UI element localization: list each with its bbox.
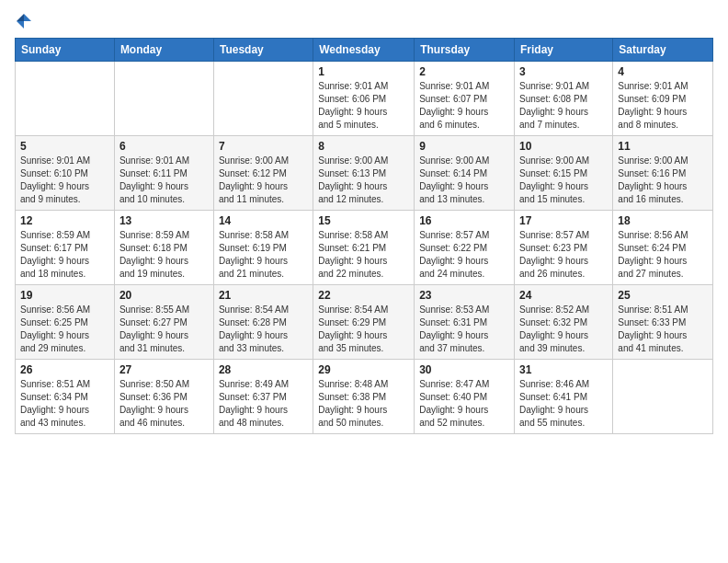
calendar-day-cell: 16Sunrise: 8:57 AM Sunset: 6:22 PM Dayli… [415,211,515,285]
svg-marker-0 [24,14,31,21]
calendar-day-cell: 27Sunrise: 8:50 AM Sunset: 6:36 PM Dayli… [114,360,213,434]
calendar-week-row: 19Sunrise: 8:56 AM Sunset: 6:25 PM Dayli… [16,285,713,360]
calendar-day-cell: 7Sunrise: 9:00 AM Sunset: 6:12 PM Daylig… [213,136,313,211]
day-info: Sunrise: 8:50 AM Sunset: 6:36 PM Dayligh… [119,378,209,430]
day-info: Sunrise: 9:01 AM Sunset: 6:07 PM Dayligh… [419,80,509,132]
day-info: Sunrise: 9:00 AM Sunset: 6:14 PM Dayligh… [419,155,509,206]
day-info: Sunrise: 9:01 AM Sunset: 6:11 PM Dayligh… [119,155,209,206]
calendar-day-cell: 5Sunrise: 9:01 AM Sunset: 6:10 PM Daylig… [16,136,115,211]
day-number: 8 [318,140,409,153]
calendar-day-cell: 13Sunrise: 8:59 AM Sunset: 6:18 PM Dayli… [114,211,213,285]
calendar-day-cell [114,62,213,136]
day-info: Sunrise: 8:55 AM Sunset: 6:27 PM Dayligh… [119,304,209,355]
day-number: 10 [519,140,608,153]
calendar-day-cell: 9Sunrise: 9:00 AM Sunset: 6:14 PM Daylig… [415,136,515,211]
day-number: 9 [419,140,509,153]
day-number: 16 [419,214,509,227]
weekday-header-cell: Tuesday [213,39,313,62]
calendar-day-cell [213,62,313,136]
calendar-day-cell: 24Sunrise: 8:52 AM Sunset: 6:32 PM Dayli… [515,285,613,360]
calendar-day-cell: 17Sunrise: 8:57 AM Sunset: 6:23 PM Dayli… [515,211,613,285]
calendar-day-cell: 11Sunrise: 9:00 AM Sunset: 6:16 PM Dayli… [613,136,713,211]
header [15,11,713,30]
day-number: 4 [618,65,708,78]
calendar-week-row: 5Sunrise: 9:01 AM Sunset: 6:10 PM Daylig… [16,136,713,211]
day-info: Sunrise: 9:00 AM Sunset: 6:12 PM Dayligh… [219,155,308,206]
day-number: 14 [219,214,308,227]
calendar-day-cell: 19Sunrise: 8:56 AM Sunset: 6:25 PM Dayli… [16,285,115,360]
calendar-day-cell: 12Sunrise: 8:59 AM Sunset: 6:17 PM Dayli… [16,211,115,285]
weekday-header-cell: Wednesday [313,39,415,62]
day-info: Sunrise: 8:51 AM Sunset: 6:33 PM Dayligh… [618,304,708,355]
day-info: Sunrise: 8:54 AM Sunset: 6:29 PM Dayligh… [318,304,409,355]
svg-marker-1 [17,14,24,21]
calendar-day-cell: 20Sunrise: 8:55 AM Sunset: 6:27 PM Dayli… [114,285,213,360]
calendar-day-cell: 10Sunrise: 9:00 AM Sunset: 6:15 PM Dayli… [515,136,613,211]
day-info: Sunrise: 8:54 AM Sunset: 6:28 PM Dayligh… [219,304,308,355]
day-number: 12 [20,214,109,227]
weekday-header-cell: Thursday [415,39,515,62]
calendar-table: SundayMondayTuesdayWednesdayThursdayFrid… [15,38,713,434]
svg-marker-2 [17,21,24,29]
day-info: Sunrise: 8:58 AM Sunset: 6:19 PM Dayligh… [219,229,308,281]
calendar-day-cell: 28Sunrise: 8:49 AM Sunset: 6:37 PM Dayli… [213,360,313,434]
calendar-day-cell: 23Sunrise: 8:53 AM Sunset: 6:31 PM Dayli… [415,285,515,360]
weekday-header-cell: Saturday [613,39,713,62]
day-number: 29 [318,363,409,376]
calendar-week-row: 26Sunrise: 8:51 AM Sunset: 6:34 PM Dayli… [16,360,713,434]
day-info: Sunrise: 9:01 AM Sunset: 6:10 PM Dayligh… [20,155,109,206]
weekday-header-cell: Sunday [16,39,115,62]
calendar-day-cell: 2Sunrise: 9:01 AM Sunset: 6:07 PM Daylig… [415,62,515,136]
day-number: 2 [419,65,509,78]
day-info: Sunrise: 9:00 AM Sunset: 6:16 PM Dayligh… [618,155,708,206]
day-info: Sunrise: 8:51 AM Sunset: 6:34 PM Dayligh… [20,378,109,430]
page: SundayMondayTuesdayWednesdayThursdayFrid… [0,0,728,563]
day-info: Sunrise: 9:00 AM Sunset: 6:15 PM Dayligh… [519,155,608,206]
day-info: Sunrise: 8:57 AM Sunset: 6:23 PM Dayligh… [519,229,608,281]
weekday-header-cell: Friday [515,39,613,62]
day-number: 17 [519,214,608,227]
weekday-header-row: SundayMondayTuesdayWednesdayThursdayFrid… [16,39,713,62]
day-info: Sunrise: 9:01 AM Sunset: 6:09 PM Dayligh… [618,80,708,132]
day-number: 26 [20,363,109,376]
day-number: 27 [119,363,209,376]
calendar-day-cell [16,62,115,136]
calendar-day-cell: 14Sunrise: 8:58 AM Sunset: 6:19 PM Dayli… [213,211,313,285]
day-info: Sunrise: 8:56 AM Sunset: 6:25 PM Dayligh… [20,304,109,355]
calendar-day-cell: 29Sunrise: 8:48 AM Sunset: 6:38 PM Dayli… [313,360,415,434]
weekday-header-cell: Monday [114,39,213,62]
calendar-day-cell: 18Sunrise: 8:56 AM Sunset: 6:24 PM Dayli… [613,211,713,285]
calendar-week-row: 1Sunrise: 9:01 AM Sunset: 6:06 PM Daylig… [16,62,713,136]
day-info: Sunrise: 8:59 AM Sunset: 6:18 PM Dayligh… [119,229,209,281]
calendar-day-cell: 26Sunrise: 8:51 AM Sunset: 6:34 PM Dayli… [16,360,115,434]
day-number: 24 [519,289,608,302]
day-number: 23 [419,289,509,302]
day-info: Sunrise: 8:57 AM Sunset: 6:22 PM Dayligh… [419,229,509,281]
day-info: Sunrise: 8:58 AM Sunset: 6:21 PM Dayligh… [318,229,409,281]
day-number: 15 [318,214,409,227]
day-number: 25 [618,289,708,302]
day-number: 30 [419,363,509,376]
day-info: Sunrise: 9:00 AM Sunset: 6:13 PM Dayligh… [318,155,409,206]
day-number: 5 [20,140,109,153]
day-number: 28 [219,363,308,376]
day-info: Sunrise: 8:59 AM Sunset: 6:17 PM Dayligh… [20,229,109,281]
logo [15,11,37,30]
day-number: 13 [119,214,209,227]
calendar-day-cell: 8Sunrise: 9:00 AM Sunset: 6:13 PM Daylig… [313,136,415,211]
calendar-day-cell: 1Sunrise: 9:01 AM Sunset: 6:06 PM Daylig… [313,62,415,136]
calendar-day-cell [613,360,713,434]
day-number: 1 [318,65,409,78]
day-info: Sunrise: 8:46 AM Sunset: 6:41 PM Dayligh… [519,378,608,430]
calendar-day-cell: 3Sunrise: 9:01 AM Sunset: 6:08 PM Daylig… [515,62,613,136]
day-number: 21 [219,289,308,302]
calendar-day-cell: 4Sunrise: 9:01 AM Sunset: 6:09 PM Daylig… [613,62,713,136]
day-info: Sunrise: 8:48 AM Sunset: 6:38 PM Dayligh… [318,378,409,430]
calendar-day-cell: 21Sunrise: 8:54 AM Sunset: 6:28 PM Dayli… [213,285,313,360]
calendar-day-cell: 31Sunrise: 8:46 AM Sunset: 6:41 PM Dayli… [515,360,613,434]
day-info: Sunrise: 8:47 AM Sunset: 6:40 PM Dayligh… [419,378,509,430]
calendar-day-cell: 15Sunrise: 8:58 AM Sunset: 6:21 PM Dayli… [313,211,415,285]
day-number: 3 [519,65,608,78]
day-info: Sunrise: 9:01 AM Sunset: 6:08 PM Dayligh… [519,80,608,132]
calendar-day-cell: 30Sunrise: 8:47 AM Sunset: 6:40 PM Dayli… [415,360,515,434]
